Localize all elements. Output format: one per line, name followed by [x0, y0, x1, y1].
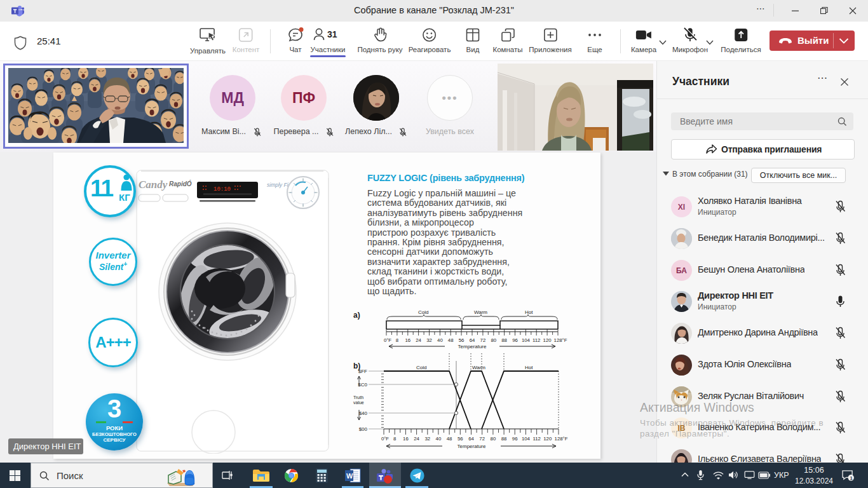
svg-text:32: 32: [424, 436, 430, 442]
svg-text:16: 16: [405, 337, 410, 343]
svg-text:0°F: 0°F: [384, 337, 391, 343]
svg-text:48: 48: [448, 337, 454, 343]
svg-text:48: 48: [447, 436, 452, 442]
svg-text:104: 104: [522, 337, 531, 343]
svg-text:31: 31: [327, 29, 337, 39]
svg-text:Hot: Hot: [525, 309, 533, 315]
svg-text:1: 1: [850, 475, 853, 481]
svg-text:0°F: 0°F: [381, 436, 389, 442]
svg-text:$FF: $FF: [358, 369, 367, 374]
svg-text:$C0: $C0: [358, 382, 367, 388]
svg-text:10:10: 10:10: [214, 186, 231, 193]
svg-text:56: 56: [458, 436, 463, 442]
svg-text:Temperature: Temperature: [458, 344, 487, 349]
svg-text:Candy: Candy: [139, 179, 168, 191]
svg-text:80: 80: [491, 436, 496, 442]
svg-text:56: 56: [459, 337, 465, 343]
svg-text:80: 80: [491, 337, 496, 343]
svg-text:a): a): [353, 311, 360, 320]
svg-text:112: 112: [532, 436, 540, 442]
svg-text:120: 120: [543, 337, 552, 343]
svg-text:64: 64: [470, 337, 475, 343]
svg-text:8: 8: [396, 337, 398, 343]
svg-text:W: W: [346, 472, 353, 480]
svg-text:value: value: [353, 400, 364, 405]
svg-text:40: 40: [437, 337, 443, 343]
svg-text:96: 96: [512, 337, 518, 343]
svg-text:Cold: Cold: [418, 309, 428, 315]
svg-text:88: 88: [501, 337, 507, 343]
svg-text:32: 32: [426, 337, 432, 343]
svg-text:120: 120: [543, 436, 552, 442]
svg-text:8: 8: [393, 436, 396, 442]
svg-text:Hot: Hot: [525, 365, 533, 370]
svg-text:$40: $40: [359, 410, 368, 416]
svg-text:40: 40: [436, 436, 442, 442]
svg-text:72: 72: [479, 436, 485, 442]
svg-text:Warm: Warm: [474, 309, 487, 315]
svg-text:simply Fi: simply Fi: [267, 182, 289, 188]
svg-text:Warm: Warm: [472, 365, 485, 370]
svg-text:RapidÓ: RapidÓ: [169, 180, 192, 187]
svg-text:104: 104: [522, 436, 531, 442]
svg-text:Cold: Cold: [416, 365, 426, 370]
svg-text:$00: $00: [359, 426, 368, 432]
svg-text:64: 64: [468, 436, 474, 442]
svg-text:128°F: 128°F: [555, 436, 568, 442]
svg-text:128°F: 128°F: [554, 337, 567, 343]
svg-text:112: 112: [532, 337, 540, 343]
svg-text:Temperature: Temperature: [458, 444, 486, 449]
svg-text:Truth: Truth: [353, 395, 363, 400]
svg-text:16: 16: [403, 436, 409, 442]
svg-text:24: 24: [414, 436, 419, 442]
svg-text:72: 72: [480, 337, 486, 343]
svg-text:88: 88: [501, 436, 507, 442]
svg-text:24: 24: [416, 337, 421, 343]
svg-text:96: 96: [512, 436, 518, 442]
